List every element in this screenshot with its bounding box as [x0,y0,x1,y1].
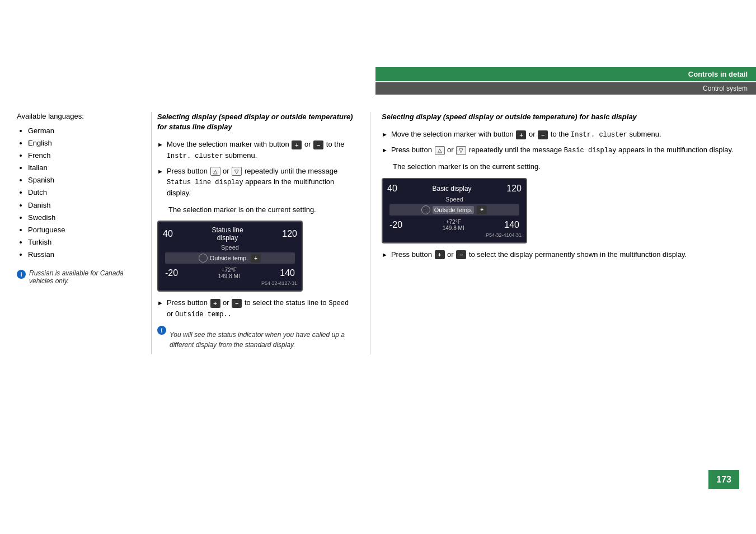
mock-left-num: 40 [163,229,173,239]
minus-button: – [232,299,242,308]
info-text-languages: Russian is available for Canada vehicles… [29,269,134,285]
mock-bottom: -20 +72°F 149.8 MI 140 [387,219,522,231]
circle-minus-icon: − [199,254,208,263]
languages-list: German English French Italian Spanish Du… [17,125,134,261]
outside-temp-label: Outside temp. [433,206,474,214]
list-item: Spanish [28,174,134,186]
mock-bottom-right: 140 [504,220,519,230]
arrow-icon: ► [382,130,388,139]
info-icon: i [17,270,26,279]
header-controls-in-detail: Controls in detail [375,67,756,81]
list-item: Turkish [28,236,134,249]
nav-up-button: △ [210,167,220,176]
basic-display-mockup: 40 Basic display 120 Speed − Outside tem… [382,178,527,243]
left-column: Available languages: German English Fren… [17,112,145,354]
mid-step-3: ► Press button + or – to select the stat… [157,297,353,320]
arrow-icon: ► [157,298,163,308]
mock-img-label: P54·32-4127·31 [163,280,297,286]
plus-button: + [435,250,445,259]
list-item: Swedish [28,212,134,224]
header-control-system: Control system [375,82,756,95]
mid-step-1: ► Move the selection marker with button … [157,139,353,161]
plus-button: + [210,299,220,308]
mock-subtitle: Speed [163,244,297,251]
mock-bottom-right: 140 [280,268,295,278]
mock-title: Status linedisplay [212,226,243,242]
list-item: Danish [28,199,134,212]
mock-temp-info: +72°F 149.8 MI [218,267,240,279]
right-selection-note: The selection marker is on the current s… [393,161,739,172]
list-item: English [28,137,134,149]
right-step3-text: Press button + or – to select the displa… [391,249,687,260]
mock-mi-line: 149.8 MI [443,225,464,231]
header-bar: Controls in detail Control system [375,67,756,95]
mock-title: Basic display [433,185,472,193]
mock-temp-line: +72°F [218,267,240,273]
nav-up-button: △ [435,146,445,155]
right-section-title: Selecting display (speed display or outs… [382,112,739,122]
mid-step2-text: Press button △ or ▽ repeatedly until the… [167,166,353,199]
nav-down-button: ▽ [232,167,242,176]
right-step-3: ► Press button + or – to select the disp… [382,249,739,260]
right-step1-text: Move the selection marker with button + … [391,129,661,140]
mock-left-num: 40 [387,184,397,194]
mid-step3-list: ► Press button + or – to select the stat… [157,297,353,320]
arrow-icon: ► [382,250,388,260]
mock-mi-line: 149.8 MI [218,273,240,279]
minus-button: – [456,250,466,259]
info-box-languages: i Russian is available for Canada vehicl… [17,269,134,285]
divider2 [370,112,370,354]
list-item: Dutch [28,186,134,199]
mock-temp-line: +72°F [443,219,464,225]
mid-selection-note: The selection marker is on the current s… [168,204,353,216]
info-box-status: i You will see the status indicator when… [157,325,353,354]
right-step-2: ► Press button △ or ▽ repeatedly until t… [382,144,739,156]
mock-right-num: 120 [506,184,522,194]
mock-bottom-left: -20 [389,220,402,230]
mid-step1-text: Move the selection marker with button + … [167,139,353,161]
page-number: 173 [708,470,739,489]
nav-down-button: ▽ [456,146,466,155]
info-icon: i [157,326,166,335]
right-step3-list: ► Press button + or – to select the disp… [382,249,739,260]
mid-section-title: Selecting display (speed display or outs… [157,112,353,132]
list-item: German [28,125,134,137]
plus-btn-display: + [477,205,487,214]
main-content: Available languages: German English Fren… [0,112,756,354]
arrow-icon: ► [382,146,388,155]
arrow-icon: ► [157,140,163,149]
right-steps-list: ► Move the selection marker with button … [382,129,739,156]
arrow-icon: ► [157,167,163,176]
list-item: Russian [28,249,134,261]
list-item: French [28,149,134,162]
right-step2-text: Press button △ or ▽ repeatedly until the… [391,144,734,156]
divider [151,112,152,354]
right-step-1: ► Move the selection marker with button … [382,129,739,140]
outside-temp-label: Outside temp. [210,255,248,261]
circle-minus-icon: − [421,205,430,214]
mid-step-2: ► Press button △ or ▽ repeatedly until t… [157,166,353,199]
mock-bottom: -20 +72°F 149.8 MI 140 [163,267,297,279]
list-item: Italian [28,162,134,174]
middle-column: Selecting display (speed display or outs… [157,112,364,354]
outside-temp-row: − Outside temp. + [389,204,519,216]
minus-button: – [538,130,548,139]
mid-steps-list: ► Move the selection marker with button … [157,139,353,199]
status-line-display-mockup: 40 Status linedisplay 120 Speed − Outsid… [157,221,303,292]
plus-button: + [516,130,526,139]
mock-img-label: P54·32-4104·31 [387,232,522,238]
outside-temp-row: − Outside temp. + [165,252,295,264]
mock-right-num: 120 [282,229,297,239]
right-column: Selecting display (speed display or outs… [376,112,739,354]
plus-button: + [292,140,302,149]
info-text-status: You will see the status indicator when y… [170,330,353,350]
plus-btn-display: + [251,254,261,263]
mock-temp-info: +72°F 149.8 MI [443,219,464,231]
mock-subtitle: Speed [387,196,522,203]
mock-bottom-left: -20 [165,268,178,278]
minus-button: – [313,140,323,149]
mid-step3-text: Press button + or – to select the status… [167,297,353,320]
list-item: Portuguese [28,224,134,236]
available-languages-label: Available languages: [17,112,134,120]
